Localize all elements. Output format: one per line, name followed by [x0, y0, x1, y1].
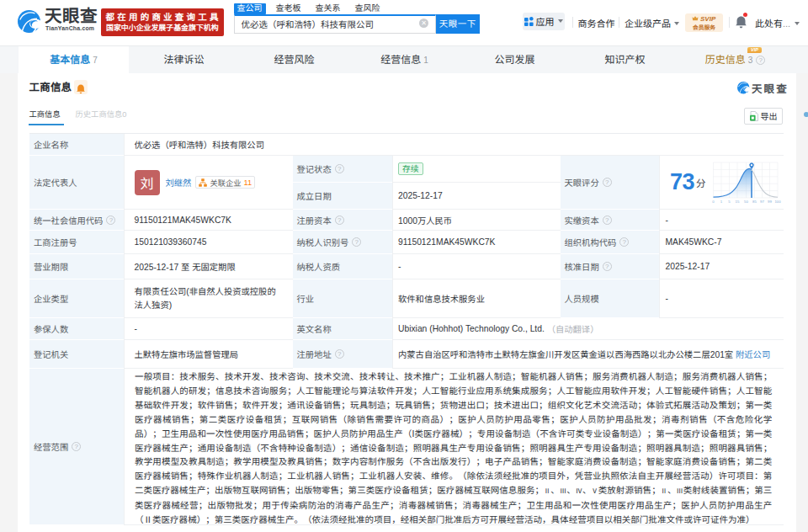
- svg-text:0: 0: [712, 200, 715, 204]
- svg-text:50: 50: [744, 200, 748, 204]
- svg-text:85: 85: [752, 200, 757, 204]
- svg-text:15: 15: [736, 200, 740, 204]
- svg-text:1: 1: [720, 200, 723, 204]
- svg-text:97: 97: [760, 200, 764, 204]
- svg-text:100: 100: [774, 200, 781, 204]
- svg-text:99: 99: [768, 200, 772, 204]
- svg-text:5: 5: [728, 200, 731, 204]
